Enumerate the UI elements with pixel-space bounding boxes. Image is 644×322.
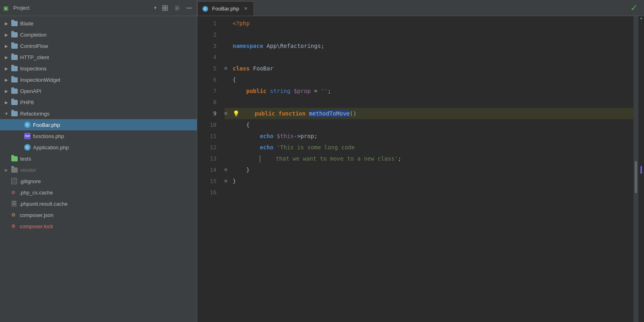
sidebar-item-inspections[interactable]: ▶ Inspections bbox=[0, 63, 197, 74]
code-text: public string $prop = ''; bbox=[233, 85, 331, 97]
php-icon: PHP bbox=[24, 133, 31, 139]
sidebar-item-label: Refactorings bbox=[20, 111, 50, 117]
sidebar-item-label: tests bbox=[20, 156, 31, 162]
code-text: echo 'This is some long code bbox=[233, 142, 355, 153]
sidebar-item-label: HTTP_client bbox=[20, 54, 49, 60]
folder-icon bbox=[11, 55, 18, 60]
tab-foobar-php[interactable]: C FooBar.php ✕ bbox=[197, 1, 254, 16]
sidebar-item-label: vendor bbox=[20, 167, 36, 173]
sidebar-item-label: PHP8 bbox=[20, 99, 34, 105]
fold-marker[interactable]: ⊟ bbox=[225, 108, 233, 119]
sidebar-item-http-client[interactable]: ▶ HTTP_client bbox=[0, 52, 197, 63]
sidebar-item-inspectionwidget[interactable]: ▶ InspectionWidget bbox=[0, 74, 197, 85]
lock-file-icon: ⚙ bbox=[11, 223, 16, 229]
code-line: that we want to move to a new class'; bbox=[225, 153, 634, 164]
line-num: 13 bbox=[210, 153, 217, 164]
code-line: echo $this->prop; bbox=[225, 130, 634, 142]
svg-rect-3 bbox=[165, 8, 167, 10]
sidebar-item-openapi[interactable]: ▶ OpenAPI bbox=[0, 85, 197, 97]
fold-marker[interactable]: ⊟ bbox=[225, 63, 233, 74]
code-line: <?php bbox=[225, 18, 634, 29]
svg-rect-1 bbox=[165, 6, 167, 8]
line-num: 16 bbox=[210, 187, 217, 198]
scrollbar-thumb[interactable] bbox=[635, 161, 637, 193]
class-icon: C bbox=[24, 144, 31, 151]
sidebar-title: Project bbox=[13, 5, 150, 11]
sidebar-item-php-cs-cache[interactable]: ▶ ⊘ .php_cs.cache bbox=[0, 187, 197, 198]
fold-marker[interactable]: ⊟ bbox=[225, 175, 233, 187]
sidebar-item-label: composer.lock bbox=[20, 223, 53, 229]
sidebar-item-functions-php[interactable]: ▶ PHP functions.php bbox=[0, 130, 197, 142]
sidebar-item-controlflow[interactable]: ▶ ControlFlow bbox=[0, 40, 197, 52]
sidebar-item-application-php[interactable]: ▶ C Application.php bbox=[0, 142, 197, 153]
tab-close-button[interactable]: ✕ bbox=[242, 6, 249, 12]
sidebar-item-tests[interactable]: ▶ tests bbox=[0, 153, 197, 164]
code-text: } bbox=[233, 164, 250, 175]
code-line: ⊟ class FooBar bbox=[225, 63, 634, 74]
right-gutter bbox=[638, 16, 644, 322]
folder-icon bbox=[11, 111, 18, 116]
collapse-arrow: ▶ bbox=[3, 43, 10, 49]
folder-icon-green bbox=[11, 156, 18, 161]
svg-rect-0 bbox=[163, 6, 165, 8]
sidebar-item-label: .phpunit.result.cache bbox=[19, 201, 68, 207]
folder-icon bbox=[11, 21, 18, 26]
code-editor[interactable]: <?php namespace App\Refactorings; ⊟ clas… bbox=[221, 16, 634, 322]
line-num: 6 bbox=[213, 74, 217, 85]
folder-icon bbox=[11, 100, 18, 105]
collapse-all-button[interactable] bbox=[161, 4, 169, 12]
sidebar-item-composer-json[interactable]: ▶ ⚙ composer.json bbox=[0, 209, 197, 221]
tab-label: FooBar.php bbox=[212, 6, 239, 12]
sidebar-item-label: composer.json bbox=[20, 212, 54, 218]
settings-button[interactable] bbox=[173, 4, 182, 12]
code-line: ⊟ } bbox=[225, 164, 634, 175]
collapse-arrow: ▶ bbox=[3, 99, 10, 105]
sidebar-item-label: Inspections bbox=[20, 66, 47, 72]
svg-point-4 bbox=[176, 7, 178, 9]
code-line: { bbox=[225, 119, 634, 130]
sidebar-item-vendor[interactable]: ▶ vendor bbox=[0, 164, 197, 175]
minimize-button[interactable] bbox=[185, 4, 194, 12]
blocked-file-icon: ⊘ bbox=[11, 190, 15, 195]
code-text: { bbox=[233, 74, 236, 85]
sidebar-item-php8[interactable]: ▶ PHP8 bbox=[0, 97, 197, 108]
sidebar-item-refactorings[interactable]: ▼ Refactorings bbox=[0, 108, 197, 119]
sidebar-item-blade[interactable]: ▶ Blade bbox=[0, 18, 197, 29]
sidebar-item-label: Application.php bbox=[33, 144, 69, 151]
code-text: namespace App\Refactorings; bbox=[233, 40, 324, 52]
sidebar-item-gitignore[interactable]: ▶ .gitignore bbox=[0, 175, 197, 187]
code-line: { bbox=[225, 74, 634, 85]
collapse-arrow: ▶ bbox=[3, 54, 10, 60]
generic-file-icon bbox=[11, 178, 17, 184]
line-num: 2 bbox=[213, 29, 217, 40]
sidebar-header: ▣ Project ▼ bbox=[0, 0, 197, 16]
code-text bbox=[233, 187, 236, 198]
sidebar-item-label: FooBar.php bbox=[33, 122, 60, 128]
folder-icon bbox=[11, 167, 18, 173]
line-num: 14 bbox=[210, 164, 217, 175]
bulb-icon[interactable]: 💡 bbox=[233, 108, 239, 119]
json-file-icon: ⚙ bbox=[11, 212, 16, 218]
tab-class-icon: C bbox=[202, 6, 208, 12]
folder-icon bbox=[11, 43, 18, 49]
collapse-arrow: ▶ bbox=[3, 88, 10, 94]
code-text: class FooBar bbox=[233, 63, 273, 74]
scrollbar[interactable] bbox=[634, 16, 638, 322]
line-num: 1 bbox=[213, 18, 217, 29]
code-line bbox=[225, 52, 634, 63]
line-numbers: 1 2 3 4 5 6 7 8 9 10 11 12 13 14 15 16 bbox=[197, 16, 221, 322]
sidebar-item-foobar-php[interactable]: ▶ C FooBar.php bbox=[0, 119, 197, 130]
project-icon: ▣ bbox=[3, 5, 8, 11]
sidebar-item-label: .php_cs.cache bbox=[19, 190, 53, 196]
code-text: echo $this->prop; bbox=[233, 130, 318, 142]
sidebar-item-label: .gitignore bbox=[19, 178, 41, 184]
line-num: 15 bbox=[210, 175, 217, 187]
line-num: 4 bbox=[213, 52, 217, 63]
sidebar-item-phpunit-cache[interactable]: ▶ .phpunit.result.cache bbox=[0, 198, 197, 209]
code-text bbox=[233, 97, 236, 108]
line-num: 5 bbox=[213, 63, 217, 74]
sidebar-item-composer-lock[interactable]: ▶ ⚙ composer.lock bbox=[0, 221, 197, 232]
collapse-arrow: ▶ bbox=[3, 20, 10, 27]
fold-marker[interactable]: ⊟ bbox=[225, 164, 233, 175]
sidebar-item-completion[interactable]: ▶ Completion bbox=[0, 29, 197, 40]
